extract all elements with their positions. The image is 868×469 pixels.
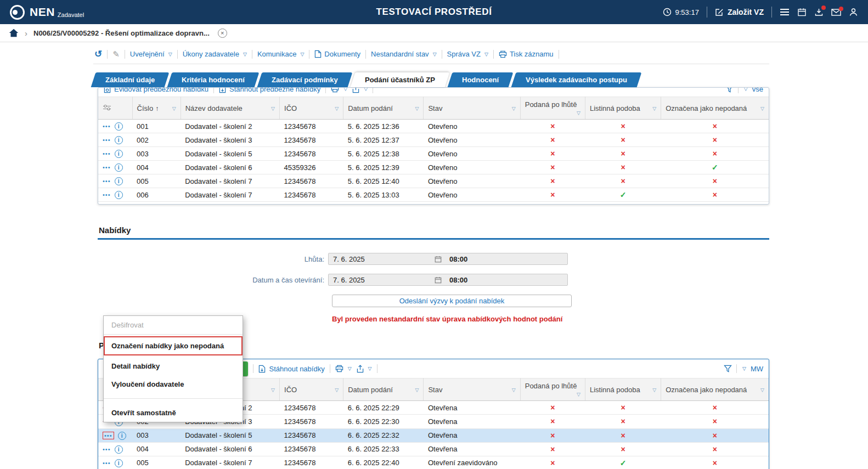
row-info-icon[interactable]: i: [115, 191, 123, 199]
row-menu-icon[interactable]: •••: [103, 137, 111, 143]
row-info-icon[interactable]: i: [115, 459, 123, 467]
deadline-date-field[interactable]: 7. 6. 2025: [329, 255, 445, 263]
menu-item-oznaceni-nabidky-jako-nepodana[interactable]: Označení nabídky jako nepodaná: [104, 336, 243, 355]
column-filter-icon[interactable]: ▽: [172, 106, 176, 111]
breadcrumb-record[interactable]: N006/25/V00005292 - Řešení optimalizace …: [33, 29, 210, 37]
col-header-cislo[interactable]: Číslo↑▽: [132, 97, 181, 120]
history-icon[interactable]: ↺: [94, 49, 102, 59]
column-filter-icon[interactable]: ▽: [577, 392, 580, 397]
deadline-time-field[interactable]: 08:00: [445, 255, 567, 263]
column-filter-icon[interactable]: ▽: [512, 387, 516, 393]
calendar-icon[interactable]: [435, 256, 442, 263]
col-header-podana-po-lhute[interactable]: Podaná po lhůtě▽: [520, 97, 585, 120]
row-menu-icon[interactable]: •••: [103, 178, 111, 184]
row-info-icon[interactable]: i: [115, 163, 123, 172]
print-icon[interactable]: ▽: [335, 365, 352, 372]
calendar-icon[interactable]: [797, 8, 807, 16]
action-ukony-zadavatele[interactable]: Úkony zadavatele▽: [183, 50, 247, 58]
table-row[interactable]: •••i004Dodavatel - školení 6453593265. 6…: [98, 161, 769, 174]
col-header-listinna-podoba[interactable]: Listinná podoba▽: [585, 97, 661, 120]
column-filter-icon[interactable]: ▽: [760, 387, 764, 393]
view-filter-vse[interactable]: vše: [752, 88, 763, 93]
tab-podani-ucastniku-zp[interactable]: Podání účastníků ZP: [350, 72, 449, 87]
col-header-podana-po-lhute[interactable]: Podaná po lhůtě▽: [520, 378, 585, 401]
table-row[interactable]: •••i001Dodavatel - školení 2123456785. 6…: [98, 120, 769, 133]
row-menu-icon[interactable]: •••: [103, 123, 111, 129]
col-header-listinna-podoba[interactable]: Listinná podoba▽: [585, 378, 661, 401]
action-stahnout-predbezne-nabidky[interactable]: Stáhnout předběžné nabídky: [219, 88, 320, 93]
column-filter-icon[interactable]: ▽: [415, 106, 419, 111]
user-icon[interactable]: [849, 8, 858, 16]
column-filter-icon[interactable]: ▽: [652, 387, 656, 393]
table-row[interactable]: •••i002Dodavatel - školení 3123456785. 6…: [98, 133, 769, 147]
tab-zakladni-udaje[interactable]: Základní údaje: [91, 72, 170, 87]
row-info-icon[interactable]: i: [115, 136, 123, 144]
export-icon[interactable]: ▽: [352, 88, 368, 93]
column-filter-icon[interactable]: ▽: [271, 106, 275, 111]
column-filter-icon[interactable]: ▽: [415, 387, 419, 393]
table-row[interactable]: •••i005Dodavatel - školení 7123456785. 6…: [98, 174, 769, 188]
table-row[interactable]: •••i005Dodavatel - školení 7123456786. 6…: [98, 456, 769, 469]
row-menu-icon[interactable]: •••: [103, 432, 114, 439]
view-filter-mw[interactable]: MW: [751, 365, 763, 373]
row-info-icon[interactable]: i: [115, 122, 123, 131]
column-filter-icon[interactable]: ▽: [760, 106, 764, 111]
opening-time-field[interactable]: 08:00: [445, 276, 567, 284]
row-menu-icon[interactable]: •••: [103, 191, 111, 198]
nen-logo[interactable]: NEN Zadavatel: [10, 5, 84, 20]
col-header-stav[interactable]: Stav▽: [424, 378, 520, 401]
table-row[interactable]: •••i006Dodavatel - školení 7123456785. 6…: [98, 188, 769, 202]
row-menu-icon[interactable]: •••: [103, 150, 111, 157]
tab-hodnoceni[interactable]: Hodnocení: [447, 72, 513, 87]
tab-zadavaci-podminky[interactable]: Zadávací podmínky: [257, 72, 352, 87]
row-info-icon[interactable]: i: [118, 432, 126, 440]
messages-icon[interactable]: [831, 9, 841, 16]
filter-icon[interactable]: [724, 365, 732, 372]
row-info-icon[interactable]: i: [115, 445, 123, 454]
action-uverejneni[interactable]: Uveřejnění▽: [130, 50, 172, 58]
menu-item-vylouceni-dodavatele[interactable]: Vyloučení dodavatele: [104, 375, 243, 393]
column-filter-icon[interactable]: ▽: [335, 106, 339, 111]
row-info-icon[interactable]: i: [115, 150, 123, 158]
table-row[interactable]: •••i003Dodavatel - školení 5123456785. 6…: [98, 147, 769, 161]
downloads-icon[interactable]: [814, 8, 824, 16]
column-filter-icon[interactable]: ▽: [512, 106, 516, 111]
tab-kriteria-hodnoceni[interactable]: Kritéria hodnocení: [167, 72, 260, 87]
home-button[interactable]: [9, 29, 19, 37]
table-row[interactable]: •••i003Dodavatel - školení 5123456786. 6…: [98, 428, 769, 442]
action-tisk-zaznamu[interactable]: Tisk záznamu: [499, 50, 554, 58]
col-header-nazev-dodavatele[interactable]: Název dodavatele▽: [181, 97, 279, 120]
row-menu-icon[interactable]: •••: [103, 164, 111, 171]
col-header-oznacena-jako-nepodana[interactable]: Označena jako nepodaná▽: [661, 378, 769, 401]
action-nestandardni-stav[interactable]: Nestandardní stav▽: [371, 50, 436, 58]
calendar-icon[interactable]: [435, 276, 442, 284]
action-stahnout-nabidky[interactable]: Stáhnout nabídky: [258, 365, 324, 373]
col-header-oznacena-jako-nepodana[interactable]: Označena jako nepodaná▽: [661, 97, 769, 120]
filter-icon[interactable]: [725, 88, 734, 93]
column-filter-icon[interactable]: ▽: [271, 387, 275, 393]
tab-vysledek-zadavaciho-postupu[interactable]: Výsledek zadávacího postupu: [511, 72, 641, 87]
col-header-datum-podani[interactable]: Datum podání▽: [343, 97, 424, 120]
column-filter-icon[interactable]: ▽: [577, 110, 580, 116]
action-komunikace[interactable]: Komunikace▽: [257, 50, 304, 58]
action-dokumenty[interactable]: Dokumenty: [314, 50, 360, 58]
print-icon[interactable]: ▽: [331, 88, 347, 93]
create-vz-button[interactable]: Založit VZ: [715, 8, 764, 16]
export-icon[interactable]: ▽: [357, 365, 372, 373]
action-evidovat-predbeznou-nabidku[interactable]: Evidovat předběžnou nabídku: [104, 88, 208, 93]
table-row[interactable]: •••i004Dodavatel - školení 6123456786. 6…: [98, 442, 769, 456]
column-filter-icon[interactable]: ▽: [652, 106, 656, 111]
column-settings-icon[interactable]: [103, 104, 111, 111]
row-menu-icon[interactable]: •••: [103, 460, 111, 466]
action-sprava-vz[interactable]: Správa VZ▽: [447, 50, 488, 58]
menu-item-otevrit-samostatne[interactable]: Otevřít samostatně: [104, 404, 243, 422]
row-info-icon[interactable]: i: [115, 177, 123, 185]
breadcrumb-close-button[interactable]: ×: [218, 29, 227, 38]
col-header-ico[interactable]: IČO▽: [280, 97, 343, 120]
send-invitation-button[interactable]: Odeslání výzvy k podání nabídek: [332, 295, 572, 307]
row-menu-icon[interactable]: •••: [103, 446, 111, 453]
column-filter-icon[interactable]: ▽: [335, 387, 339, 393]
menu-icon[interactable]: [780, 8, 790, 16]
menu-item-detail-nabidky[interactable]: Detail nabídky: [104, 357, 243, 375]
col-header-datum-podani[interactable]: Datum podání▽: [343, 378, 424, 401]
